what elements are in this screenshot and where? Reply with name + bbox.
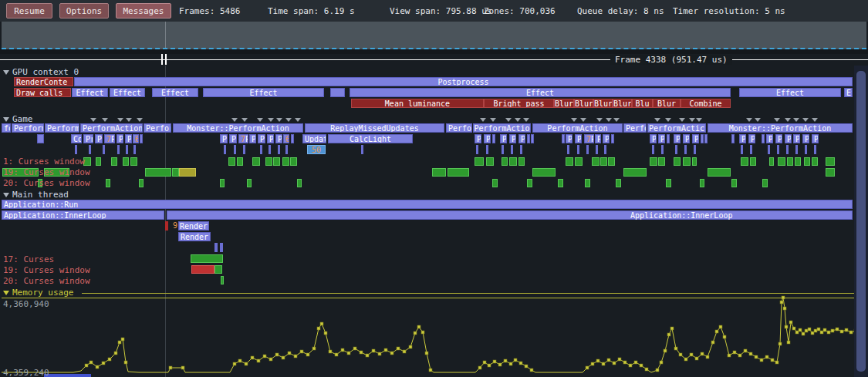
main-thread-header[interactable]: Main thread	[3, 190, 69, 200]
collapse-triangle-icon	[3, 70, 9, 75]
collapse-triangle-icon	[3, 117, 9, 122]
main-lock-label-19[interactable]: 19: Curses window	[3, 265, 90, 275]
gpu-context-title: GPU context 0	[12, 67, 79, 77]
main-thread-title: Main thread	[12, 190, 69, 200]
gpu-context-header[interactable]: GPU context 0	[3, 67, 79, 77]
game-thread-title: Game	[12, 114, 33, 124]
main-lock-label-17[interactable]: 17: Curses	[3, 254, 54, 264]
memory-usage-plot[interactable]	[0, 0, 868, 377]
memory-min-value: 4,359,240	[3, 368, 49, 377]
main-lock-label-20[interactable]: 20: Curses window	[3, 276, 90, 286]
vertical-scrollbar[interactable]	[854, 66, 868, 377]
memory-usage-header[interactable]: Memory usage	[3, 288, 73, 298]
lock-label-19[interactable]: 19: Curses window	[3, 167, 90, 177]
scrollbar-thumb[interactable]	[856, 71, 866, 372]
memory-max-value: 4,360,940	[3, 299, 49, 309]
collapse-triangle-icon	[3, 193, 9, 197]
lock-label-20[interactable]: 20: Curses window	[3, 178, 90, 188]
collapse-triangle-icon	[3, 291, 9, 295]
game-thread-header[interactable]: Game	[3, 114, 33, 124]
tracy-profiler-window: Resume Options Messages Frames: 5486 Tim…	[0, 0, 868, 377]
memory-usage-title: Memory usage	[12, 288, 73, 298]
lock-label-1[interactable]: 1: Curses window	[3, 157, 85, 167]
